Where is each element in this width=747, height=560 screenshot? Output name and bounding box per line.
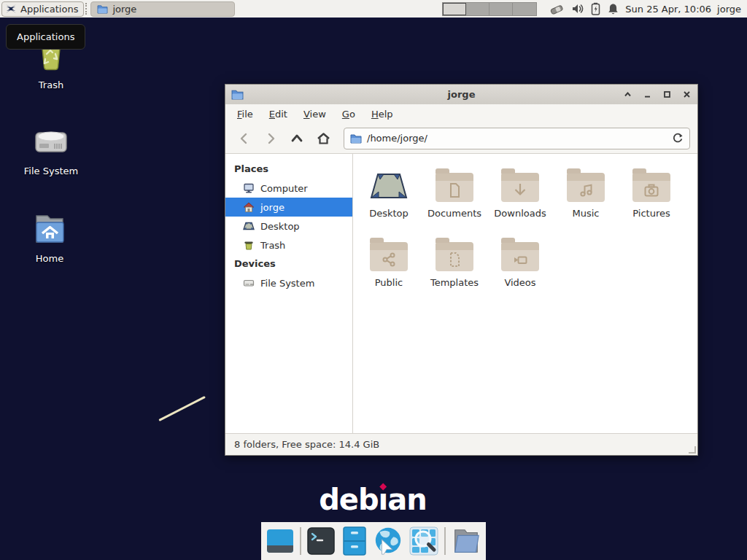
desktop-special-icon (369, 170, 409, 202)
workspace-3[interactable] (489, 3, 513, 15)
pen-device-tray-icon[interactable] (549, 2, 565, 15)
taskbar-window-label: jorge (112, 4, 136, 15)
file-item-label: Public (375, 277, 403, 288)
file-manager-folder-icon (451, 526, 481, 556)
sidebar-item-computer[interactable]: Computer (225, 179, 352, 198)
volume-icon[interactable] (571, 3, 584, 15)
minimize-button[interactable] (642, 90, 652, 100)
sidebar-item-label: jorge (260, 202, 285, 213)
file-item-videos[interactable]: Videos (487, 235, 553, 304)
maximize-button[interactable] (662, 90, 672, 100)
file-item-music[interactable]: Music (553, 166, 619, 235)
battery-icon[interactable] (591, 2, 600, 15)
file-item-label: Downloads (494, 208, 546, 219)
dock (261, 522, 486, 560)
reload-icon[interactable] (672, 133, 684, 144)
menu-edit[interactable]: Edit (262, 106, 295, 122)
template-emblem-icon (446, 251, 463, 268)
sidebar-item-label: Desktop (260, 221, 300, 232)
file-cabinet-launcher[interactable] (341, 525, 368, 557)
file-item-templates[interactable]: Templates (422, 235, 487, 304)
dock-separator (444, 527, 446, 555)
path-folder-icon (350, 133, 362, 144)
menu-view[interactable]: View (296, 106, 333, 122)
menu-bar: File Edit View Go Help (225, 104, 697, 123)
panel-right-section: Sun 25 Apr, 10:06 jorge (442, 2, 747, 16)
taskbar-window-button[interactable]: jorge (90, 1, 235, 17)
web-browser-globe-icon (373, 525, 403, 557)
folder-icon (632, 173, 670, 202)
terminal-launcher[interactable] (306, 525, 336, 557)
workspace-4[interactable] (513, 3, 536, 15)
sidebar-item-label: File System (260, 278, 314, 289)
sidebar-item-trash[interactable]: Trash (225, 236, 352, 254)
workspace-pager[interactable] (442, 2, 537, 16)
shade-button[interactable] (622, 90, 632, 100)
camera-emblem-icon (643, 182, 660, 199)
up-button[interactable] (285, 128, 309, 149)
sidebar-item-desktop[interactable]: Desktop (225, 217, 352, 236)
desktop-icon-home[interactable]: Home (12, 210, 88, 264)
back-button[interactable] (233, 128, 256, 149)
desktop-icon-label: File System (24, 166, 78, 176)
resize-grip[interactable] (689, 446, 696, 454)
trash-small-icon (243, 239, 255, 251)
file-manager-launcher[interactable] (451, 525, 481, 557)
system-tray (549, 2, 619, 15)
cursor-line (158, 396, 206, 421)
panel-clock[interactable]: Sun 25 Apr, 10:06 (625, 4, 711, 15)
file-grid: Desktop Documents Downloads (353, 154, 697, 433)
menu-go[interactable]: Go (335, 106, 363, 122)
notifications-bell-icon[interactable] (607, 3, 619, 15)
home-button[interactable] (311, 128, 335, 149)
folder-icon (97, 4, 108, 14)
sidebar-item-label: Trash (260, 240, 285, 251)
panel-handle[interactable] (85, 3, 89, 15)
path-bar[interactable]: /home/jorge/ (344, 128, 690, 149)
app-finder-launcher[interactable] (409, 525, 439, 557)
desktop-icon-label: Home (36, 253, 63, 264)
file-item-pictures[interactable]: Pictures (619, 166, 684, 235)
video-emblem-icon (511, 251, 529, 268)
file-item-desktop[interactable]: Desktop (356, 166, 422, 235)
window-controls (622, 90, 692, 100)
workspace-1[interactable] (443, 3, 466, 15)
file-item-label: Templates (430, 277, 479, 288)
show-desktop-button[interactable] (266, 525, 295, 557)
sidebar: Places Computer jorge (225, 154, 353, 433)
document-emblem-icon (446, 182, 463, 199)
folder-icon (501, 173, 539, 202)
applications-menu-label: Applications (20, 4, 78, 15)
home-icon (243, 201, 255, 213)
close-button[interactable] (681, 90, 692, 100)
file-item-label: Pictures (632, 208, 670, 219)
toolbar: /home/jorge/ (225, 123, 697, 154)
folder-icon (436, 242, 473, 271)
desktop-icon-label: Trash (39, 79, 63, 90)
sidebar-item-jorge[interactable]: jorge (225, 198, 352, 217)
file-item-label: Documents (427, 208, 481, 219)
download-arrow-emblem-icon (511, 182, 529, 199)
drive-icon (243, 277, 255, 289)
menu-help[interactable]: Help (364, 106, 400, 122)
workspace-2[interactable] (466, 3, 489, 15)
desktop-icon (243, 220, 255, 232)
window-titlebar[interactable]: jorge (225, 85, 697, 104)
menu-file[interactable]: File (230, 106, 260, 122)
file-item-public[interactable]: Public (356, 235, 422, 304)
status-text: 8 folders, Free space: 14.4 GiB (234, 439, 379, 450)
path-input[interactable]: /home/jorge/ (367, 133, 667, 144)
applications-menu-button[interactable]: Applications (1, 1, 84, 17)
web-browser-launcher[interactable] (373, 525, 403, 557)
desktop-icon-file-system[interactable]: File System (13, 122, 89, 176)
computer-icon (243, 182, 255, 194)
xfce-logo-icon (5, 3, 17, 15)
folder-icon (567, 173, 605, 202)
file-item-documents[interactable]: Documents (422, 166, 487, 235)
file-item-downloads[interactable]: Downloads (487, 166, 553, 235)
panel-username[interactable]: jorge (717, 4, 741, 15)
forward-button[interactable] (259, 128, 282, 149)
file-manager-window: jorge File Edit View Go Help (225, 84, 698, 456)
sidebar-item-file-system[interactable]: File System (225, 273, 352, 292)
window-main: Places Computer jorge (225, 154, 697, 433)
